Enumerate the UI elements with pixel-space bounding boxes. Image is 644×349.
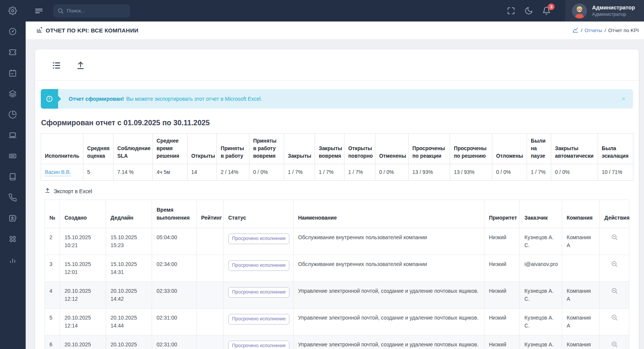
- cell-actions: [600, 255, 629, 282]
- status-badge: Просрочено исполнение: [228, 314, 289, 324]
- breadcrumb: / Отчеты / Отчет по KPI: [572, 27, 639, 34]
- summary-cell: 0 / 0%: [551, 164, 598, 181]
- search-box: [54, 5, 130, 17]
- summary-col-header: Закрыты: [284, 134, 315, 164]
- view-ticket-icon[interactable]: [611, 341, 618, 348]
- export-icon[interactable]: [76, 61, 86, 71]
- view-ticket-icon[interactable]: [611, 287, 618, 295]
- card-body: Отчет сформирован! Вы можете экспортиров…: [35, 89, 639, 349]
- cell-company: [562, 255, 600, 282]
- summary-row: Васин В.В.57.14 %4ч 5м142 / 14%0 / 0%1 /…: [41, 164, 633, 181]
- summary-col-header: Открыты: [188, 134, 217, 164]
- user-menu[interactable]: Администратор Администратор: [565, 0, 644, 22]
- view-ticket-icon[interactable]: [611, 314, 618, 321]
- breadcrumb-current: Отчет по KPI: [608, 28, 639, 33]
- dashboard-icon[interactable]: [8, 27, 17, 36]
- summary-cell: 1 / 7%: [344, 164, 375, 181]
- tickets-col-header: Статус: [224, 200, 294, 228]
- cell-actions: [600, 309, 629, 335]
- summary-col-header: Соблюдение SLA: [114, 134, 153, 164]
- table-row: 215.10.2025 10:2115.10.2025 15:2305:04:0…: [45, 228, 629, 255]
- cell-rating: [197, 255, 224, 282]
- summary-cell: 5: [83, 164, 114, 181]
- summary-cell: 0 / 0%: [492, 164, 527, 181]
- search-icon: [57, 8, 64, 14]
- list-view-icon[interactable]: [52, 61, 61, 71]
- bar-chart-icon[interactable]: [8, 255, 17, 264]
- tickets-col-header: Приоритет: [484, 200, 520, 228]
- summary-col-header: Закрыты автоматически: [551, 134, 598, 164]
- cell-deadline: 20.10.2025 14:42: [106, 282, 152, 309]
- layers-icon[interactable]: [8, 89, 17, 98]
- dark-mode-icon[interactable]: [524, 6, 533, 15]
- tickets-col-header: Дедлайн: [106, 200, 152, 228]
- apps-icon[interactable]: [8, 235, 17, 244]
- calendar-icon[interactable]: [8, 69, 17, 78]
- cell-priority: Низкий: [484, 228, 520, 255]
- summary-cell: 7.14 %: [114, 164, 153, 181]
- executor-link[interactable]: Васин В.В.: [45, 169, 71, 176]
- view-ticket-icon[interactable]: [611, 260, 618, 268]
- alert-close-icon[interactable]: ×: [614, 89, 633, 109]
- menu-icon[interactable]: [34, 6, 44, 16]
- settings-icon[interactable]: [8, 6, 17, 15]
- notification-badge: 3: [548, 3, 555, 10]
- summary-col-header: Просрочены по решению: [450, 134, 492, 164]
- page-header: ОТЧЕТ ПО KPI: ВСЕ КОМПАНИИ / Отчеты / От…: [26, 22, 644, 40]
- summary-col-header: Открыты повторно: [344, 134, 375, 164]
- summary-col-header: Были на паузе: [527, 134, 551, 164]
- summary-col-header: Исполнитель: [41, 134, 83, 164]
- status-badge: Просрочено исполнение: [228, 341, 289, 349]
- phone-icon[interactable]: [8, 193, 17, 202]
- contacts-icon[interactable]: [8, 214, 17, 223]
- summary-col-header: Приняты в работу: [217, 134, 249, 164]
- cell-num: 5: [45, 309, 60, 335]
- cell-title: Управление электронной почтой, создание …: [294, 282, 484, 309]
- tickets-col-header: Рейтинг: [197, 200, 224, 228]
- cell-rating: [197, 309, 224, 335]
- tickets-col-header: Время выполнения: [152, 200, 197, 228]
- laptop-icon[interactable]: [8, 131, 17, 140]
- cell-rating: [197, 228, 224, 255]
- tickets-col-header: Компания: [562, 200, 600, 228]
- view-ticket-icon[interactable]: [611, 234, 618, 241]
- book-icon[interactable]: [8, 172, 17, 181]
- detail-section: Экспорт в Excel №СозданоДедлайнВремя вып…: [45, 188, 629, 349]
- info-circle-icon: [41, 89, 58, 109]
- cell-duration: 05:04:00: [152, 228, 197, 255]
- card-toolbar: [35, 49, 639, 81]
- cell-num: 6: [45, 335, 60, 349]
- notifications-bell-icon[interactable]: 3: [542, 6, 551, 15]
- cell-company: Компания А: [562, 282, 600, 309]
- tickets-col-header: Создано: [60, 200, 106, 228]
- kpi-summary-table: ИсполнительСредняя оценкаСоблюдение SLAС…: [41, 133, 633, 181]
- cell-num: 2: [45, 228, 60, 255]
- app-window: 3: [0, 0, 644, 349]
- summary-cell: 1 / 7%: [284, 164, 315, 181]
- main-column: 3: [26, 0, 644, 349]
- fullscreen-icon[interactable]: [507, 6, 516, 15]
- ticket-icon[interactable]: [8, 48, 17, 57]
- cell-company: Компания А: [562, 335, 600, 349]
- cell-title: Управление электронной почтой, создание …: [294, 309, 484, 335]
- cell-customer: Кузнецов А. С.: [520, 228, 562, 255]
- upload-icon: [45, 188, 51, 195]
- export-excel-link[interactable]: Экспорт в Excel: [45, 188, 92, 195]
- summary-cell: 13 / 93%: [450, 164, 492, 181]
- cell-status: Просрочено исполнение: [224, 309, 294, 335]
- pie-chart-icon[interactable]: [8, 110, 17, 119]
- summary-col-header: Среднее время решения: [153, 134, 188, 164]
- topbar-actions: 3: [507, 0, 644, 22]
- summary-col-header: Отложены: [492, 134, 527, 164]
- breadcrumb-separator: /: [604, 28, 606, 33]
- alert-text: Отчет сформирован! Вы можете экспортиров…: [58, 89, 262, 109]
- cell-actions: [600, 335, 629, 349]
- user-role: Администратор: [592, 11, 635, 17]
- cell-deadline: 20.10.2025 14:44: [106, 309, 152, 335]
- search-input[interactable]: [54, 5, 130, 17]
- barcode-icon[interactable]: [8, 152, 17, 161]
- breadcrumb-separator: /: [581, 28, 583, 33]
- breadcrumb-link-reports[interactable]: Отчеты: [585, 28, 603, 33]
- report-heading: Сформирован отчет с 01.09.2025 по 30.11.…: [41, 118, 633, 127]
- sidebar-nav: [0, 0, 26, 349]
